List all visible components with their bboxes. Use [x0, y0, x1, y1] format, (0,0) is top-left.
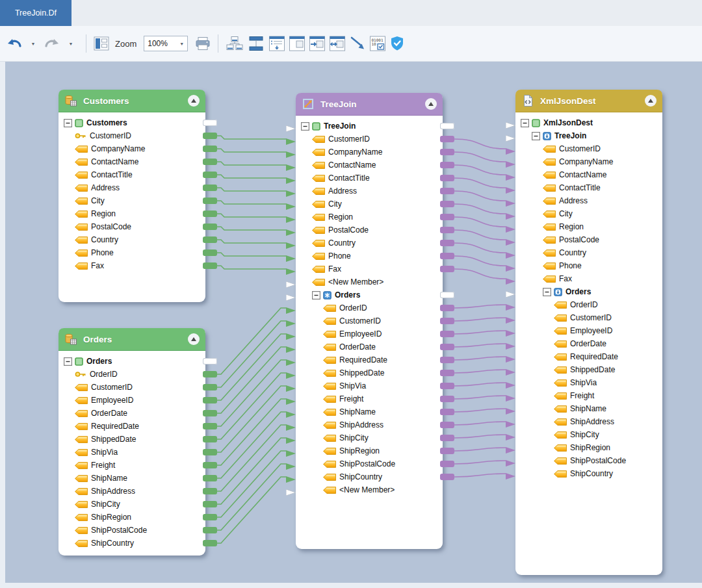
connection-line[interactable] [454, 191, 506, 201]
connection-line[interactable] [217, 321, 286, 387]
redo-history-button[interactable]: ▼ [63, 34, 79, 53]
input-port[interactable] [286, 318, 296, 324]
output-port[interactable] [203, 436, 217, 442]
input-port[interactable] [506, 159, 515, 165]
collapse-expander-icon[interactable] [301, 122, 309, 131]
field-row[interactable]: Freight [515, 389, 662, 402]
connection-line[interactable] [217, 162, 286, 165]
input-port[interactable] [506, 340, 515, 347]
connection-line[interactable] [217, 149, 286, 152]
field-row[interactable]: OrderID [515, 298, 662, 311]
field-row[interactable]: Country [296, 236, 443, 249]
output-port[interactable] [440, 461, 454, 467]
output-port[interactable] [203, 159, 217, 165]
field-row[interactable]: ShipCity [296, 431, 443, 444]
field-row[interactable]: CustomerID [515, 142, 662, 155]
field-row[interactable]: Address [296, 185, 443, 198]
field-row[interactable]: Region [58, 207, 205, 220]
connection-line[interactable] [217, 201, 286, 204]
field-row[interactable]: Fax [515, 272, 662, 285]
connection-line[interactable] [454, 396, 506, 399]
input-port[interactable] [506, 133, 515, 139]
output-port[interactable] [203, 211, 217, 217]
preview-input-button[interactable] [309, 34, 326, 53]
field-row[interactable]: CustomerID [58, 381, 205, 394]
connection-line[interactable] [454, 152, 506, 162]
output-port[interactable] [440, 266, 454, 272]
field-row[interactable]: Address [58, 181, 205, 194]
output-port[interactable] [440, 253, 454, 259]
input-port[interactable] [506, 366, 515, 373]
field-row[interactable]: EmployeeID [58, 394, 205, 407]
input-port[interactable] [506, 444, 515, 451]
field-row[interactable]: <New Member> [296, 483, 443, 496]
field-row[interactable]: ShipAddress [58, 485, 205, 498]
output-port[interactable] [440, 357, 454, 363]
input-port[interactable] [286, 214, 296, 220]
node-root-row[interactable]: Customers [58, 116, 205, 129]
field-row[interactable]: ShippedDate [296, 366, 443, 379]
output-port[interactable] [203, 224, 217, 230]
input-port[interactable] [506, 224, 515, 230]
input-port[interactable] [506, 457, 515, 464]
connection-line[interactable] [217, 175, 286, 178]
field-row[interactable]: ShipName [58, 472, 205, 485]
field-row[interactable]: OrderDate [58, 407, 205, 420]
field-row[interactable]: ShipPostalCode [296, 457, 443, 470]
field-row[interactable]: ContactName [296, 159, 443, 172]
input-port[interactable] [286, 279, 296, 285]
field-row[interactable]: EmployeeID [296, 327, 443, 340]
input-port[interactable] [286, 266, 296, 272]
field-row[interactable]: Country [58, 233, 205, 246]
connection-line[interactable] [454, 461, 506, 464]
output-port[interactable] [440, 292, 454, 298]
collapse-expander-icon[interactable] [312, 291, 320, 300]
input-port[interactable] [286, 396, 296, 402]
field-row[interactable]: ContactTitle [58, 168, 205, 181]
input-port[interactable] [286, 487, 296, 493]
field-row[interactable]: Address [515, 194, 662, 207]
tab-treejoin-df[interactable]: TreeJoin.Df [0, 0, 72, 26]
output-port[interactable] [440, 188, 454, 194]
input-port[interactable] [286, 448, 296, 454]
preview-input-output-button[interactable] [329, 34, 346, 53]
field-row[interactable]: ShipVia [296, 379, 443, 392]
input-port[interactable] [506, 431, 515, 438]
input-port[interactable] [286, 357, 296, 363]
field-row[interactable]: CustomerID [515, 311, 662, 324]
input-port[interactable] [286, 435, 296, 441]
input-port[interactable] [506, 314, 515, 321]
field-row[interactable]: PostalCode [58, 220, 205, 233]
field-row[interactable]: <New Member> [296, 275, 443, 288]
output-port[interactable] [440, 344, 454, 350]
collection-row[interactable]: Orders [515, 285, 662, 298]
field-row[interactable]: RequiredDate [58, 420, 205, 433]
connection-line[interactable] [217, 227, 286, 230]
redo-button[interactable] [44, 34, 60, 53]
collection-row[interactable]: Orders [296, 288, 443, 301]
field-row[interactable]: ShipCity [58, 498, 205, 511]
node-header[interactable]: Customers [58, 90, 205, 112]
input-port[interactable] [506, 146, 515, 152]
undo-history-button[interactable]: ▼ [25, 34, 41, 53]
overview-layout-button[interactable] [94, 34, 109, 53]
connection-line[interactable] [454, 357, 506, 360]
field-row[interactable]: ShipAddress [515, 415, 662, 428]
connection-line[interactable] [217, 136, 286, 139]
node-root-row[interactable]: TreeJoin [296, 120, 443, 133]
field-row[interactable]: CustomerID [296, 314, 443, 327]
output-port[interactable] [440, 305, 454, 311]
input-port[interactable] [506, 198, 515, 204]
input-port[interactable] [506, 211, 515, 217]
dataflow-canvas[interactable]: CustomersCustomersCustomerIDCompanyNameC… [5, 62, 702, 583]
input-port[interactable] [286, 175, 296, 181]
field-row[interactable]: ShipRegion [58, 511, 205, 524]
connection-line[interactable] [454, 435, 506, 438]
field-row[interactable]: CustomerID [296, 133, 443, 146]
connection-line[interactable] [454, 409, 506, 412]
input-port[interactable] [506, 288, 515, 295]
output-port[interactable] [440, 175, 454, 181]
field-row[interactable]: ShipPostalCode [515, 454, 662, 467]
node-treejoin[interactable]: TreeJoinTreeJoinCustomerIDCompanyNameCon… [296, 93, 443, 549]
input-port[interactable] [506, 120, 515, 126]
